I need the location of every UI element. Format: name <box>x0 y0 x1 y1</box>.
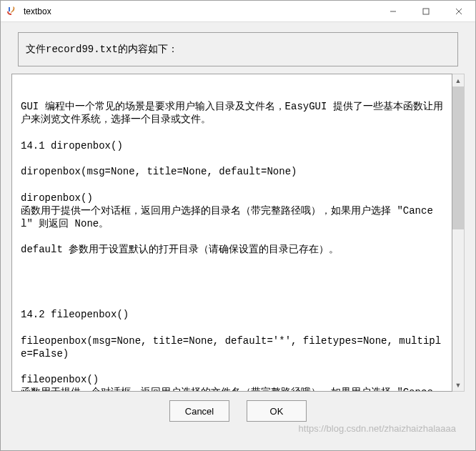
app-icon <box>6 6 18 17</box>
scroll-down-icon[interactable]: ▼ <box>452 379 464 391</box>
button-row: Cancel OK <box>169 400 307 422</box>
scroll-up-icon[interactable]: ▲ <box>452 74 464 86</box>
svg-rect-1 <box>423 9 429 14</box>
scroll-thumb[interactable] <box>452 86 464 229</box>
content-area: 文件record99.txt的内容如下： GUI 编程中一个常见的场景是要求用户… <box>1 22 475 450</box>
ok-button[interactable]: OK <box>247 400 307 422</box>
scrollbar[interactable]: ▲ ▼ <box>452 74 465 392</box>
minimize-button[interactable] <box>377 1 410 21</box>
textbox[interactable]: GUI 编程中一个常见的场景是要求用户输入目录及文件名，EasyGUI 提供了一… <box>11 74 452 392</box>
titlebar[interactable]: textbox <box>1 1 475 22</box>
window-title: textbox <box>24 6 377 16</box>
maximize-button[interactable] <box>410 1 442 21</box>
close-button[interactable] <box>442 1 475 21</box>
textbox-wrap: GUI 编程中一个常见的场景是要求用户输入目录及文件名，EasyGUI 提供了一… <box>11 74 465 392</box>
window-controls <box>377 1 475 21</box>
message-label: 文件record99.txt的内容如下： <box>18 32 458 66</box>
window-frame: textbox 文件record99.txt的内容如下： GUI 编程中一个常见… <box>0 0 476 451</box>
cancel-button[interactable]: Cancel <box>169 400 229 422</box>
